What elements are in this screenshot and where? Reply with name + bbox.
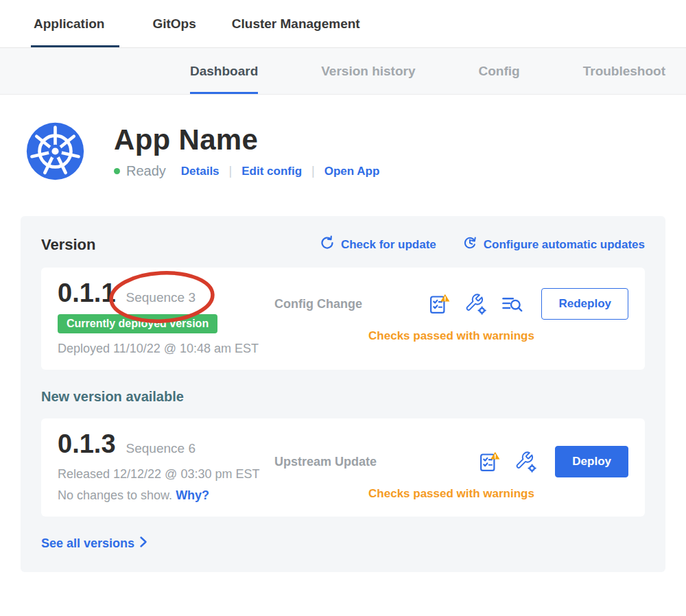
status-row: Ready Details | Edit config | Open App bbox=[114, 163, 379, 179]
details-link[interactable]: Details bbox=[181, 165, 220, 178]
released-timestamp: Released 12/12/22 @ 03:30 pm EST bbox=[58, 467, 274, 482]
separator: | bbox=[229, 164, 233, 178]
check-for-update-label: Check for update bbox=[341, 238, 436, 252]
config-wrench-icon[interactable] bbox=[514, 451, 537, 473]
new-version-info: 0.1.3 Sequence 6 Released 12/12/22 @ 03:… bbox=[58, 429, 274, 503]
refresh-icon bbox=[320, 235, 335, 254]
new-version-line: 0.1.3 Sequence 6 bbox=[58, 429, 274, 459]
page: Application GitOps Cluster Management Da… bbox=[0, 0, 686, 616]
version-heading: Version bbox=[41, 236, 95, 254]
new-checks-status: Checks passed with warnings bbox=[274, 487, 628, 501]
redeploy-button[interactable]: Redeploy bbox=[541, 288, 628, 320]
current-version-actions: Config Change bbox=[274, 279, 628, 356]
tab-troubleshoot[interactable]: Troubleshoot bbox=[583, 48, 665, 94]
edit-config-link[interactable]: Edit config bbox=[241, 165, 302, 178]
app-header: App Name Ready Details | Edit config | O… bbox=[0, 95, 686, 180]
current-version-source: Config Change bbox=[274, 297, 362, 311]
deployed-timestamp: Deployed 11/10/22 @ 10:48 am EST bbox=[58, 342, 274, 356]
new-version-number: 0.1.3 bbox=[58, 429, 116, 459]
new-version-available-heading: New version available bbox=[41, 389, 645, 405]
new-version-action-row: Upstream Update bbox=[274, 446, 628, 477]
open-app-link[interactable]: Open App bbox=[324, 165, 380, 178]
new-version-icons bbox=[478, 451, 537, 473]
current-version-sequence: Sequence 3 bbox=[126, 290, 196, 305]
version-header-actions: Check for update Configure automatic upd… bbox=[320, 235, 645, 254]
tab-config[interactable]: Config bbox=[479, 48, 520, 94]
see-all-versions-link[interactable]: See all versions bbox=[41, 536, 147, 552]
tab-application[interactable]: Application bbox=[31, 0, 119, 47]
new-version-actions: Upstream Update bbox=[274, 429, 628, 503]
new-version-sequence: Sequence 6 bbox=[126, 441, 196, 456]
app-meta: App Name Ready Details | Edit config | O… bbox=[114, 122, 379, 179]
why-link[interactable]: Why? bbox=[176, 488, 209, 502]
diff-view-icon[interactable] bbox=[501, 293, 523, 316]
no-changes-row: No changes to show. Why? bbox=[58, 488, 274, 503]
configure-automatic-updates-label: Configure automatic updates bbox=[484, 238, 645, 252]
kubernetes-logo-icon bbox=[26, 122, 84, 180]
auto-update-icon bbox=[462, 235, 477, 254]
sub-nav: Dashboard Version history Config Trouble… bbox=[0, 48, 686, 95]
deployed-badge: Currently deployed version bbox=[58, 314, 217, 333]
configure-automatic-updates-link[interactable]: Configure automatic updates bbox=[462, 235, 645, 254]
current-version-icons bbox=[428, 293, 523, 316]
config-wrench-icon[interactable] bbox=[464, 293, 487, 316]
status-dot-icon bbox=[114, 168, 120, 174]
tab-dashboard[interactable]: Dashboard bbox=[190, 48, 258, 94]
current-version-line: 0.1.1 Sequence 3 bbox=[58, 279, 274, 308]
version-panel: Version Check for update bbox=[21, 216, 665, 572]
current-version-card: 0.1.1 Sequence 3 Currently deployed vers… bbox=[41, 268, 645, 370]
top-nav: Application GitOps Cluster Management bbox=[0, 0, 686, 48]
deploy-button[interactable]: Deploy bbox=[555, 446, 628, 477]
no-changes-text: No changes to show. bbox=[58, 488, 172, 502]
preflight-checks-icon[interactable] bbox=[428, 293, 451, 316]
see-all-versions-label: See all versions bbox=[41, 536, 134, 551]
chevron-right-icon bbox=[139, 536, 147, 552]
version-panel-header: Version Check for update bbox=[41, 235, 645, 254]
current-version-action-row: Config Change bbox=[274, 288, 628, 320]
check-for-update-link[interactable]: Check for update bbox=[320, 235, 436, 254]
current-version-number: 0.1.1 bbox=[58, 279, 116, 308]
status-text: Ready bbox=[126, 163, 166, 179]
current-version-info: 0.1.1 Sequence 3 Currently deployed vers… bbox=[58, 279, 274, 356]
tab-gitops[interactable]: GitOps bbox=[150, 0, 198, 47]
tab-cluster-management[interactable]: Cluster Management bbox=[229, 0, 363, 47]
new-version-card: 0.1.3 Sequence 6 Released 12/12/22 @ 03:… bbox=[41, 418, 645, 517]
preflight-checks-icon[interactable] bbox=[478, 451, 501, 473]
new-version-source: Upstream Update bbox=[274, 455, 377, 469]
current-checks-status: Checks passed with warnings bbox=[274, 329, 628, 343]
tab-version-history[interactable]: Version history bbox=[321, 48, 415, 94]
separator: | bbox=[311, 164, 315, 178]
page-title: App Name bbox=[114, 123, 379, 156]
